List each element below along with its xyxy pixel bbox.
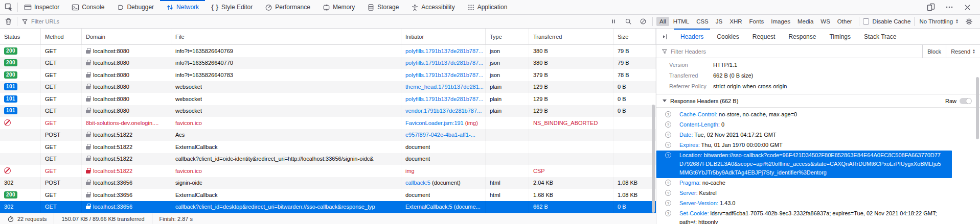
table-row[interactable]: GET8bit-solutions-dev.onelogin....favico… <box>0 117 656 129</box>
pause-recording-button[interactable] <box>608 18 619 25</box>
column-header-initiator[interactable]: Initiator <box>401 29 486 44</box>
table-row[interactable]: 200GETlocalhost:8080info?t=1635826640770… <box>0 57 656 69</box>
table-row[interactable]: 200GETlocalhost:8080info?t=1635826640783… <box>0 69 656 81</box>
response-header-row[interactable]: ?Pragma: no-cache <box>656 178 980 188</box>
network-settings-button[interactable] <box>963 18 975 26</box>
initiator-link[interactable]: FaviconLoader.jsm:191 <box>405 120 464 126</box>
initiator-link[interactable]: vendor.1791b137de281b787... <box>405 108 482 114</box>
details-tab-timings[interactable]: Timings <box>823 29 857 44</box>
node-picker-button[interactable] <box>0 0 17 14</box>
table-row[interactable]: 200GETlocalhost:33656ExternalCallbackdoc… <box>0 189 656 201</box>
raw-headers-toggle[interactable] <box>960 98 972 104</box>
tab-style-editor[interactable]: { } Style Editor <box>205 0 259 14</box>
close-devtools-button[interactable] <box>959 4 976 11</box>
column-header-size[interactable]: Size <box>613 29 656 44</box>
column-header-transferred[interactable]: Transferred <box>529 29 613 44</box>
resend-button[interactable]: Resend ▲▼ <box>946 45 980 58</box>
response-header-row[interactable]: ?Content-Length: 0 <box>656 120 980 130</box>
help-icon[interactable]: ? <box>665 190 671 196</box>
details-tab-request[interactable]: Request <box>746 29 782 44</box>
table-row[interactable]: GETlocalhost:51822callback?client_id=oid… <box>0 153 656 165</box>
type-filter-xhr[interactable]: XHR <box>726 17 745 26</box>
responsive-design-button[interactable] <box>922 3 940 11</box>
performance-analysis-item[interactable]: 22 requests <box>0 213 54 224</box>
tab-console[interactable]: Console <box>65 0 110 14</box>
table-row[interactable]: 200GETlocalhost:8080info?t=1635826640769… <box>0 45 656 57</box>
details-tab-cookies[interactable]: Cookies <box>710 29 745 44</box>
response-headers-section-header[interactable]: Response Headers (662 B) Raw <box>656 94 980 108</box>
status-cell: 101 <box>0 81 41 93</box>
details-tab-response[interactable]: Response <box>782 29 823 44</box>
help-icon[interactable]: ? <box>665 142 671 148</box>
response-header-row[interactable]: ?Set-Cookie: idsrv=adf6cba1-7075-402b-9e… <box>656 209 980 224</box>
type-filter-images[interactable]: Images <box>768 17 793 26</box>
response-header-row[interactable]: ?Date: Tue, 02 Nov 2021 04:17:21 GMT <box>656 130 980 140</box>
initiator-link[interactable]: ExternalCallback:5 (docume... <box>405 204 481 210</box>
table-row[interactable]: GETlocalhost:51822ExternalCallbackdocume… <box>0 141 656 153</box>
column-header-status[interactable]: Status <box>0 29 41 44</box>
initiator-link[interactable]: e957f897-042e-4ba1-aff1-... <box>405 132 475 138</box>
tab-network[interactable]: Network <box>160 0 205 14</box>
initiator-link[interactable]: polyfills.1791b137de281b787... <box>405 60 483 66</box>
initiator-link[interactable]: polyfills.1791b137de281b787... <box>405 96 483 102</box>
details-tab-headers[interactable]: Headers <box>674 29 710 44</box>
response-header-row[interactable]: ?Server: Kestrel <box>656 188 980 198</box>
clear-requests-button[interactable] <box>0 15 17 28</box>
type-filter-fonts[interactable]: Fonts <box>746 17 767 26</box>
type-filter-ws[interactable]: WS <box>817 17 833 26</box>
column-header-domain[interactable]: Domain <box>82 29 171 44</box>
help-icon[interactable]: ? <box>665 121 671 128</box>
table-row[interactable]: 302GETlocalhost:33656callback?client_id=… <box>0 201 656 213</box>
help-icon[interactable]: ? <box>665 180 671 186</box>
type-filter-js[interactable]: JS <box>713 17 725 26</box>
header-value: no-store, no-cache, max-age=0 <box>719 111 797 117</box>
search-button[interactable] <box>623 18 634 25</box>
block-header-button[interactable]: Block <box>922 45 946 58</box>
help-icon[interactable]: ? <box>665 111 671 117</box>
column-header-type[interactable]: Type <box>486 29 529 44</box>
disable-cache-checkbox[interactable] <box>863 18 869 24</box>
tab-debugger[interactable]: Debugger <box>110 0 160 14</box>
devtools-menu-button[interactable] <box>941 3 958 11</box>
table-row[interactable]: 302POSTlocalhost:33656signin-oidccallbac… <box>0 177 656 189</box>
table-row[interactable]: GETlocalhost:51822favicon.icoimgCSP <box>0 165 656 177</box>
type-filter-other[interactable]: Other <box>834 17 855 26</box>
initiator-link[interactable]: polyfills.1791b137de281b787... <box>405 48 483 54</box>
type-filter-css[interactable]: CSS <box>693 17 712 26</box>
help-icon[interactable]: ? <box>665 200 671 206</box>
details-tab-stack-trace[interactable]: Stack Trace <box>857 29 903 44</box>
table-row[interactable]: POSTlocalhost:51822Acse957f897-042e-4ba1… <box>0 129 656 141</box>
response-header-row[interactable]: ?Expires: Thu, 01 Jan 1970 00:00:00 GMT <box>656 140 980 151</box>
response-header-row[interactable]: ?Cache-Control: no-store, no-cache, max-… <box>656 110 980 120</box>
tab-memory[interactable]: Memory <box>316 0 361 14</box>
table-row[interactable]: 101GETlocalhost:8080websocketvendor.1791… <box>0 105 656 117</box>
tab-accessibility[interactable]: Accessibility <box>405 0 461 14</box>
split-panel-toggle-button[interactable] <box>656 29 674 44</box>
column-header-method[interactable]: Method <box>41 29 82 44</box>
tab-performance[interactable]: Performance <box>259 0 316 14</box>
request-list-scrollbar[interactable] <box>652 105 655 213</box>
help-icon[interactable]: ? <box>665 132 671 138</box>
help-icon[interactable]: ? <box>665 210 671 216</box>
tab-inspector[interactable]: Inspector <box>18 0 65 14</box>
help-icon[interactable]: ? <box>665 152 671 158</box>
table-row[interactable]: 101GETlocalhost:8080websockettheme_head.… <box>0 81 656 93</box>
response-header-row[interactable]: ?Location: bitwarden://sso-callback?code… <box>656 151 952 178</box>
filter-headers-input[interactable]: Filter Headers <box>656 48 711 55</box>
tab-application[interactable]: Application <box>461 0 514 14</box>
block-requests-button[interactable] <box>637 18 649 25</box>
type-filter-all[interactable]: All <box>656 17 669 26</box>
response-header-row[interactable]: ?Server-Version: 1.43.0 <box>656 198 980 209</box>
type-filter-media[interactable]: Media <box>794 17 816 26</box>
initiator-link[interactable]: callback:5 <box>405 180 430 186</box>
column-header-file[interactable]: File <box>171 29 401 44</box>
filter-urls-input[interactable]: Filter URLs <box>17 18 63 25</box>
table-row[interactable]: 101GETlocalhost:8080websocketpolyfills.1… <box>0 93 656 105</box>
initiator-link[interactable]: theme_head.1791b137de281... <box>405 84 484 90</box>
type-filter-html[interactable]: HTML <box>670 17 692 26</box>
tab-storage[interactable]: Storage <box>361 0 405 14</box>
initiator-suffix: (img) <box>464 120 478 126</box>
throttling-dropdown[interactable]: No Throttling ▲▼ <box>918 18 960 24</box>
details-scrollbar[interactable] <box>976 77 979 139</box>
initiator-link[interactable]: polyfills.1791b137de281b787... <box>405 72 483 78</box>
